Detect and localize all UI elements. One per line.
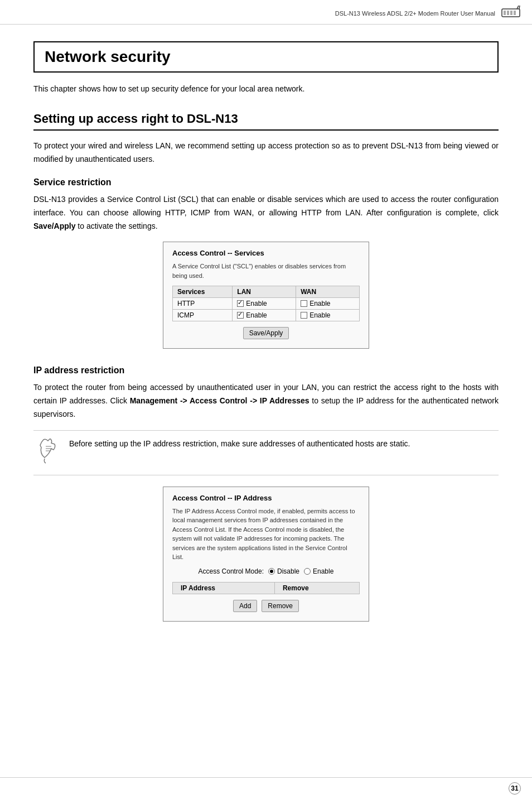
ip-col-header: IP Address	[173, 582, 275, 594]
chapter-intro: This chapter shows how to set up securit…	[33, 83, 499, 95]
page-number: 31	[509, 782, 521, 795]
access-control-mode-label: Access Control Mode:	[199, 567, 264, 575]
disable-radio-label[interactable]: Disable	[268, 567, 299, 575]
access-control-mode-row: Access Control Mode: Disable Enable	[172, 567, 360, 575]
svg-line-5	[517, 6, 519, 9]
router-icon	[501, 4, 521, 22]
icmp-wan-cell: Enable	[296, 310, 360, 321]
services-panel-description: A Service Control List ("SCL") enables o…	[172, 262, 360, 280]
section-intro: To protect your wired and wireless LAN, …	[33, 139, 499, 166]
http-lan-checkbox[interactable]	[237, 300, 244, 307]
ip-restriction-body: To protect the router from being accesse…	[33, 381, 499, 421]
icmp-lan-checkbox[interactable]	[237, 312, 244, 319]
add-button[interactable]: Add	[233, 600, 257, 612]
ip-restriction-title: IP address restriction	[33, 365, 499, 376]
icmp-lan-label: Enable	[246, 311, 267, 319]
svg-rect-3	[510, 11, 512, 15]
service-name: ICMP	[173, 310, 233, 321]
svg-rect-1	[504, 11, 506, 15]
chapter-title: Network security	[33, 41, 499, 73]
services-table: Services LAN WAN HTTP Enable	[172, 286, 360, 321]
disable-radio[interactable]	[268, 568, 275, 575]
access-control-services-panel: Access Control -- Services A Service Con…	[163, 242, 369, 349]
wan-col-header: WAN	[296, 286, 360, 298]
icmp-lan-cell: Enable	[233, 310, 296, 321]
table-row: HTTP Enable Enable	[173, 298, 360, 310]
page-footer: 31	[0, 777, 532, 799]
services-panel-title: Access Control -- Services	[172, 249, 360, 257]
lan-col-header: LAN	[233, 286, 296, 298]
http-lan-label: Enable	[246, 300, 267, 307]
enable-radio[interactable]	[304, 568, 311, 575]
http-wan-label: Enable	[309, 300, 330, 307]
icmp-wan-label: Enable	[309, 311, 330, 319]
svg-rect-4	[514, 11, 516, 15]
service-name: HTTP	[173, 298, 233, 310]
ip-panel-title: Access Control -- IP Address	[172, 494, 360, 502]
save-apply-button[interactable]: Save/Apply	[243, 327, 289, 339]
note-icon	[39, 439, 60, 468]
remove-col-header: Remove	[274, 582, 359, 594]
section-title: Setting up access right to DSL-N13	[33, 112, 499, 131]
main-content: Network security This chapter shows how …	[0, 25, 532, 672]
svg-rect-2	[507, 11, 509, 15]
ip-address-table: IP Address Remove	[172, 582, 360, 594]
http-wan-cell: Enable	[296, 298, 360, 310]
access-control-ip-panel: Access Control -- IP Address The IP Addr…	[163, 487, 369, 622]
icmp-wan-checkbox[interactable]	[301, 312, 307, 319]
ip-panel-description: The IP Address Access Control mode, if e…	[172, 507, 360, 562]
header-title: DSL-N13 Wireless ADSL 2/2+ Modem Router …	[335, 10, 495, 17]
http-wan-checkbox[interactable]	[301, 300, 307, 307]
svg-line-6	[519, 6, 520, 9]
note-text: Before setting up the IP address restric…	[69, 437, 410, 451]
enable-radio-label[interactable]: Enable	[304, 567, 333, 575]
page-header: DSL-N13 Wireless ADSL 2/2+ Modem Router …	[0, 0, 532, 25]
service-restriction-body: DSL-N13 provides a Service Control List …	[33, 193, 499, 233]
http-lan-cell: Enable	[233, 298, 296, 310]
services-col-header: Services	[173, 286, 233, 298]
table-row: ICMP Enable Enable	[173, 310, 360, 321]
remove-button[interactable]: Remove	[262, 600, 299, 612]
service-restriction-title: Service restriction	[33, 177, 499, 187]
note-box: Before setting up the IP address restric…	[33, 430, 499, 475]
